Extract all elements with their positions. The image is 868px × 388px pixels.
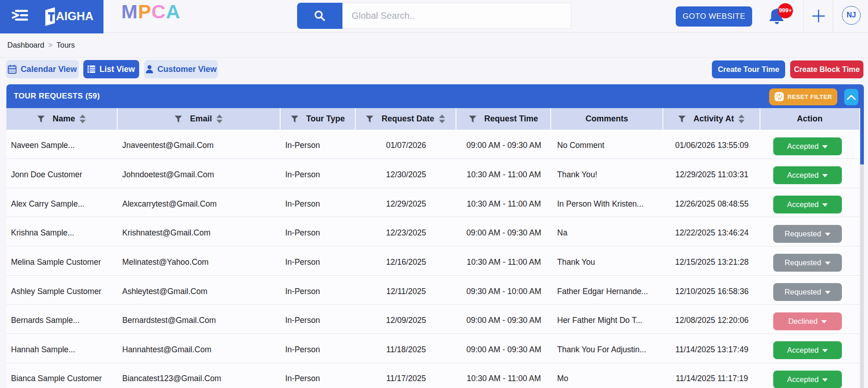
svg-text:AIGHA: AIGHA — [56, 10, 93, 22]
